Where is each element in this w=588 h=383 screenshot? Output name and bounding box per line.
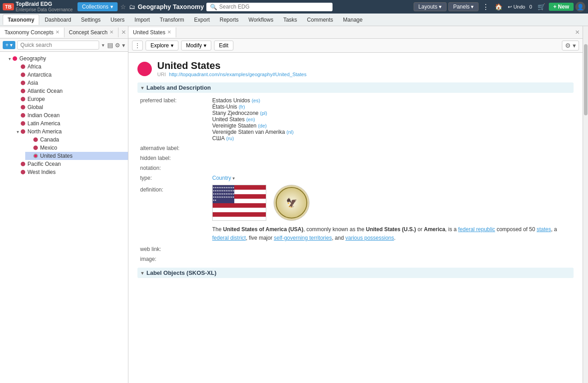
- gear-icon-left[interactable]: ⚙ ▾: [115, 42, 125, 49]
- explore-button[interactable]: Explore ▾: [146, 41, 178, 50]
- web-link-key: web link:: [137, 244, 210, 254]
- federal-republic-link[interactable]: federal republic: [458, 226, 495, 233]
- document-icon[interactable]: ▤: [107, 41, 113, 49]
- search-input[interactable]: [219, 4, 329, 10]
- self-governing-territories-link[interactable]: self-governing territories: [274, 235, 332, 241]
- uri-link[interactable]: http://topquadrant.com/ns/examples/geogr…: [169, 72, 306, 77]
- tab-taxonomy-concepts[interactable]: Taxonomy Concepts ✕: [0, 27, 64, 37]
- right-gear-button[interactable]: ⚙ ▾: [562, 41, 579, 50]
- search-icon: 🔍: [210, 4, 217, 10]
- tree-item-west-indies[interactable]: West Indies: [13, 168, 128, 176]
- web-link-value: [210, 244, 574, 254]
- federal-district-link[interactable]: federal district: [212, 235, 246, 241]
- search-bar: 🔍: [206, 3, 333, 11]
- uri-label: URI: [157, 72, 166, 77]
- image-key: image:: [137, 254, 210, 264]
- scrollbar-thumb[interactable]: [584, 44, 588, 115]
- quick-search-input[interactable]: [17, 41, 99, 50]
- nav-reports[interactable]: Reports: [215, 15, 243, 25]
- collections-button[interactable]: Collections ▾: [77, 2, 118, 11]
- nav-taxonomy[interactable]: Taxonomy: [3, 14, 39, 25]
- type-dropdown-icon[interactable]: ▾: [232, 176, 235, 181]
- tree-item-global[interactable]: Global: [13, 103, 128, 111]
- content-area: United States URI http://topquadrant.com…: [128, 53, 583, 383]
- notation-key: notation:: [137, 163, 210, 173]
- tree-item-geography[interactable]: ▾ Geography: [5, 55, 128, 63]
- tree-item-antarctica[interactable]: Antarctica: [13, 71, 128, 79]
- entity-title-area: United States URI http://topquadrant.com…: [157, 60, 306, 77]
- type-link[interactable]: Country: [212, 175, 231, 181]
- star-icon[interactable]: ☆: [120, 3, 126, 10]
- definition-images: 🦅: [212, 185, 571, 221]
- tree-item-north-america[interactable]: ▾ North America: [13, 128, 128, 136]
- entity-uri: URI http://topquadrant.com/ns/examples/g…: [157, 72, 306, 77]
- pref-label-ru: США (ru): [212, 135, 571, 141]
- left-panel: Taxonomy Concepts ✕ Concept Search ✕ ✕ +…: [0, 26, 128, 383]
- tab-united-states-close[interactable]: ✕: [167, 29, 171, 35]
- user-avatar[interactable]: 👤: [575, 2, 585, 12]
- nav-comments[interactable]: Comments: [302, 15, 337, 25]
- tree-children-geography: Africa Antarctica Asia: [5, 63, 128, 176]
- nav-settings[interactable]: Settings: [77, 15, 105, 25]
- tree-item-indian-ocean[interactable]: Indian Ocean: [13, 111, 128, 119]
- nav-export[interactable]: Export: [190, 15, 214, 25]
- tree-item-pacific-ocean[interactable]: Pacific Ocean: [13, 160, 128, 168]
- close-left-panel-icon[interactable]: ✕: [119, 29, 129, 36]
- preferred-label-key: preferred label:: [137, 96, 210, 143]
- entity-title: United States: [157, 60, 306, 72]
- modify-button[interactable]: Modify ▾: [181, 41, 211, 50]
- various-possessions-link[interactable]: various possessions: [345, 235, 394, 241]
- add-button[interactable]: + ▾: [3, 41, 15, 49]
- layouts-button[interactable]: Layouts▾: [414, 2, 447, 11]
- tree-item-united-states[interactable]: United States: [25, 152, 128, 160]
- section-title-label-objects: Label Objects (SKOS-XL): [146, 269, 216, 276]
- tree-toggle-north-america[interactable]: ▾: [14, 129, 21, 134]
- panels-button[interactable]: Panels▾: [448, 2, 479, 11]
- tab-concept-search[interactable]: Concept Search ✕: [64, 27, 119, 37]
- left-tabs-bar: Taxonomy Concepts ✕ Concept Search ✕ ✕: [0, 26, 128, 39]
- section-label-objects[interactable]: ▾ Label Objects (SKOS-XL): [137, 268, 574, 278]
- alt-label-row: alternative label:: [137, 143, 574, 153]
- tab-taxonomy-concepts-close[interactable]: ✕: [55, 29, 59, 35]
- close-right-panel-icon[interactable]: ✕: [572, 29, 583, 36]
- tree-item-africa[interactable]: Africa: [13, 63, 128, 71]
- image-row: image:: [137, 254, 574, 264]
- tree-item-europe[interactable]: Europe: [13, 95, 128, 103]
- tree-item-mexico[interactable]: Mexico: [25, 144, 128, 152]
- tab-united-states[interactable]: United States ✕: [128, 27, 176, 37]
- nav-tasks[interactable]: Tasks: [279, 15, 302, 25]
- type-value: Country ▾: [210, 173, 574, 183]
- nav-manage[interactable]: Manage: [338, 15, 367, 25]
- left-toolbar: + ▾ ▾ ▤ ⚙ ▾: [0, 39, 128, 52]
- tree-item-latin-america[interactable]: Latin America: [13, 119, 128, 128]
- nav-workflows[interactable]: Workflows: [244, 15, 278, 25]
- collections-label: Collections: [82, 4, 109, 10]
- nav-users[interactable]: Users: [106, 15, 129, 25]
- collections-dropdown-icon: ▾: [110, 4, 113, 10]
- cart-icon[interactable]: 🛒: [536, 3, 547, 10]
- search-dropdown-icon[interactable]: ▾: [101, 41, 105, 49]
- tree-item-asia[interactable]: Asia: [13, 79, 128, 87]
- kebab-menu-button[interactable]: ⋮: [132, 41, 143, 50]
- more-options-icon[interactable]: ⋮: [480, 3, 491, 11]
- tree-toggle-geography[interactable]: ▾: [6, 56, 13, 61]
- home-icon[interactable]: 🏠: [493, 3, 504, 10]
- right-scrollbar[interactable]: [583, 26, 588, 383]
- nav-dashboard[interactable]: Dashboard: [40, 15, 76, 25]
- preferred-label-row: preferred label: Estados Unidos (es) Éta…: [137, 96, 574, 143]
- tree-item-canada[interactable]: Canada: [25, 136, 128, 144]
- type-key: type:: [137, 173, 210, 183]
- nav-transform[interactable]: Transform: [155, 15, 189, 25]
- type-row: type: Country ▾: [137, 173, 574, 183]
- section-labels-desc[interactable]: ▾ Labels and Description: [137, 82, 574, 93]
- tab-united-states-label: United States: [133, 29, 165, 36]
- tree-item-atlantic-ocean[interactable]: Atlantic Ocean: [13, 87, 128, 95]
- tree-dot-geography: [13, 56, 17, 61]
- tab-concept-search-close[interactable]: ✕: [109, 29, 114, 35]
- new-button[interactable]: + New: [549, 3, 574, 11]
- edit-button[interactable]: Edit: [214, 41, 233, 50]
- pref-label-es: Estados Unidos (es): [212, 97, 571, 104]
- nav-import[interactable]: Import: [130, 15, 155, 25]
- states-link[interactable]: states: [537, 226, 551, 233]
- undo-button[interactable]: ↩ Undo 0: [506, 4, 534, 10]
